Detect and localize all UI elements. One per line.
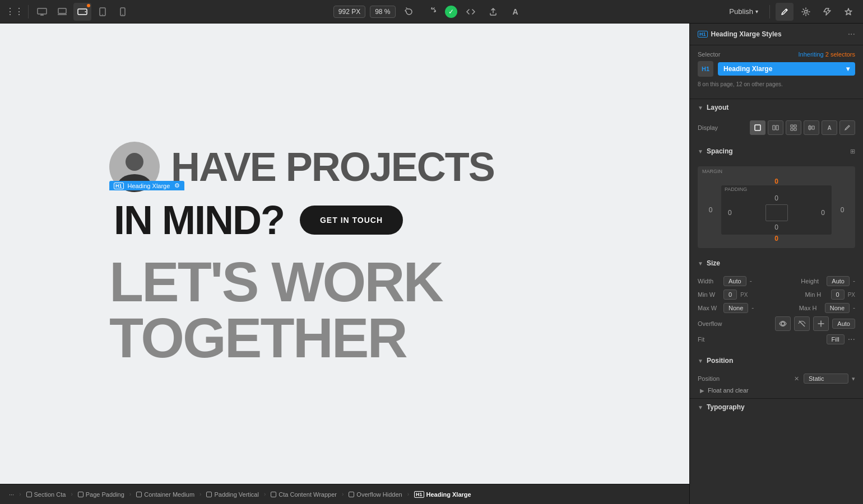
height-value[interactable]: Auto xyxy=(827,276,850,286)
topbar-center: 992 PX 98 % ✓ A xyxy=(137,3,720,21)
topbar: ⋮⋮ 992 PX 98 % ✓ xyxy=(0,0,863,24)
pen-tool-icon[interactable] xyxy=(776,3,794,21)
gear-settings-icon[interactable]: ⚙ xyxy=(174,182,180,189)
canvas[interactable]: HAVE PROJECTS H1 Heading Xlarge ⚙ IN MIN… xyxy=(0,24,689,484)
display-text-btn[interactable]: A xyxy=(822,120,837,135)
tablet-landscape-view-icon[interactable] xyxy=(73,3,91,21)
margin-right-value[interactable]: 0 xyxy=(834,206,851,214)
padding-top-value[interactable]: 0 xyxy=(723,194,829,202)
min-h-value[interactable]: 0 xyxy=(831,290,845,300)
layout-section-header[interactable]: ▼ Layout xyxy=(690,99,863,116)
fit-value[interactable]: Fill xyxy=(827,334,845,344)
max-h-label: Max H xyxy=(799,305,822,311)
zoom-level[interactable]: 98 % xyxy=(370,6,395,18)
laptop-view-icon[interactable] xyxy=(53,3,71,21)
position-section-header[interactable]: ▼ Position xyxy=(690,352,863,369)
viewport-width[interactable]: 992 PX xyxy=(333,6,365,18)
float-clear-label: Float and clear xyxy=(708,387,749,394)
position-section: ▼ Position Position ✕ Static ▾ ▶ Float a… xyxy=(690,352,863,398)
svg-rect-11 xyxy=(776,125,778,130)
min-h-row: Min H 0 PX xyxy=(805,290,855,300)
padding-left-value[interactable]: 0 xyxy=(728,209,732,217)
typography-title-area: ▼ Typography xyxy=(698,403,745,411)
typography-title: Typography xyxy=(707,403,745,411)
publish-button[interactable]: Publish ▾ xyxy=(723,4,764,20)
max-w-value[interactable]: None xyxy=(723,303,748,313)
selector-type-icon: H1 xyxy=(698,61,713,77)
margin-label: MARGIN xyxy=(702,169,722,174)
breadcrumb-cta-content-wrapper[interactable]: Cta Content Wrapper xyxy=(266,490,341,499)
breadcrumb-container-medium[interactable]: Container Medium xyxy=(132,490,199,499)
canvas-content: HAVE PROJECTS H1 Heading Xlarge ⚙ IN MIN… xyxy=(0,24,689,484)
main-area: HAVE PROJECTS H1 Heading Xlarge ⚙ IN MIN… xyxy=(0,24,863,504)
display-block-btn[interactable] xyxy=(750,120,765,135)
padding-center-box xyxy=(765,204,788,221)
padding-bottom-value[interactable]: 0 xyxy=(723,223,829,231)
code-view-icon[interactable] xyxy=(462,3,480,21)
tablet-portrait-view-icon[interactable] xyxy=(94,3,112,21)
max-h-value[interactable]: None xyxy=(825,303,850,313)
right-panel: H1 Heading Xlarge Styles ··· Selector In… xyxy=(689,24,863,504)
separator2 xyxy=(769,5,770,18)
breadcrumb-box-icon2 xyxy=(78,492,83,497)
max-size-row: Max W None - Max H None - xyxy=(698,303,855,313)
spacing-expand-icon[interactable]: ⊞ xyxy=(850,148,855,155)
typography-section-header[interactable]: ▼ Typography xyxy=(690,398,863,416)
breadcrumb-more[interactable]: ··· xyxy=(4,490,18,499)
breadcrumb-padding-vertical[interactable]: Padding Vertical xyxy=(202,490,263,499)
svg-rect-1 xyxy=(58,8,66,13)
position-dropdown-icon[interactable]: ▾ xyxy=(852,375,855,382)
display-flex-btn[interactable] xyxy=(768,120,783,135)
margin-top-value[interactable]: 0 xyxy=(702,178,851,185)
desktop-view-icon[interactable] xyxy=(33,3,51,21)
font-icon[interactable]: A xyxy=(507,3,525,21)
spacing-section: ▼ Spacing ⊞ MARGIN 0 0 PADDING 0 0 xyxy=(690,143,863,255)
undo-icon[interactable] xyxy=(400,3,418,21)
layout-section-title-area: ▼ Layout xyxy=(698,104,729,111)
inheriting-value: Inheriting 2 selectors xyxy=(798,51,855,58)
padding-inner: 0 0 xyxy=(723,202,829,223)
display-grid-btn[interactable] xyxy=(786,120,801,135)
redo-icon[interactable] xyxy=(423,3,440,21)
selector-section: Selector Inheriting 2 selectors H1 Headi… xyxy=(690,45,863,99)
interactions-icon[interactable] xyxy=(818,3,836,21)
svg-point-5 xyxy=(102,14,103,15)
size-collapse-icon: ▼ xyxy=(698,260,703,267)
display-inline-btn[interactable] xyxy=(804,120,819,135)
cta-button[interactable]: GET IN TOUCH xyxy=(300,206,403,235)
breadcrumb-page-padding[interactable]: Page Padding xyxy=(73,490,129,499)
settings-gear-icon[interactable] xyxy=(797,3,815,21)
width-value[interactable]: Auto xyxy=(723,276,746,286)
fit-row: Fit Fill ··· xyxy=(698,334,855,344)
padding-right-value[interactable]: 0 xyxy=(821,209,825,217)
overflow-visible-icon[interactable] xyxy=(775,316,791,331)
overflow-scroll-icon[interactable] xyxy=(813,316,829,331)
export-icon[interactable] xyxy=(484,3,502,21)
dots-menu-icon[interactable]: ⋮⋮ xyxy=(6,3,24,21)
spacing-section-header[interactable]: ▼ Spacing ⊞ xyxy=(690,143,863,160)
display-edit-btn[interactable] xyxy=(839,120,855,135)
panel-more-icon[interactable]: ··· xyxy=(848,29,855,39)
overflow-value[interactable]: Auto xyxy=(832,319,855,329)
min-w-value[interactable]: 0 xyxy=(723,290,737,300)
breadcrumb-overflow-hidden[interactable]: Overflow Hidden xyxy=(344,490,406,499)
panel-header: H1 Heading Xlarge Styles ··· xyxy=(690,24,863,45)
position-value[interactable]: Static xyxy=(804,374,848,384)
breadcrumb-heading-xlarge[interactable]: H1 Heading Xlarge xyxy=(410,490,476,499)
selector-label: Selector xyxy=(698,51,720,58)
breadcrumb-h1-badge: H1 xyxy=(414,491,424,498)
margin-bottom-value[interactable]: 0 xyxy=(702,235,851,242)
fit-more-icon[interactable]: ··· xyxy=(848,334,855,344)
size-title-area: ▼ Size xyxy=(698,259,720,267)
breadcrumb-section-cta[interactable]: Section Cta xyxy=(22,490,71,499)
breadcrumb-bar: ··· › Section Cta › Page Padding › Conta… xyxy=(0,484,689,504)
star-tool-icon[interactable] xyxy=(839,3,857,21)
margin-left-value[interactable]: 0 xyxy=(702,206,719,214)
size-section-header[interactable]: ▼ Size xyxy=(690,255,863,272)
separator xyxy=(28,5,29,18)
overflow-hidden-icon[interactable] xyxy=(794,316,810,331)
min-w-unit: PX xyxy=(740,292,748,298)
mobile-view-icon[interactable] xyxy=(114,3,132,21)
hero-line2[interactable]: IN MIND? xyxy=(109,198,289,242)
selector-dropdown[interactable]: Heading Xlarge ▾ xyxy=(718,62,855,76)
